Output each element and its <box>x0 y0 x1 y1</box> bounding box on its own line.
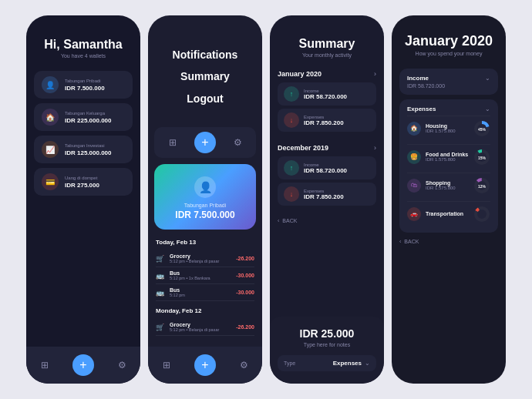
food-amount: IDR 1.575.800 <box>426 157 469 162</box>
wallet-item-keluarga[interactable]: 🏠 Tabungan Keluarga IDR 225.000.000 <box>34 103 133 131</box>
summary-header: Summary Your monthly activity <box>270 15 384 65</box>
today-header: Today, Feb 13 <box>156 239 254 246</box>
shopping-icon: 🛍 <box>407 179 421 193</box>
txn-grocery-1[interactable]: 🛒 Grocery 5:12 pm • Belanja di pasar -26… <box>156 250 254 267</box>
wallet-amount-dompet: IDR 275.000 <box>65 182 125 189</box>
december-title: December 2019 <box>278 144 328 152</box>
bus-icon-2: 🚌 <box>156 289 165 297</box>
gear-icon-2[interactable]: ⚙ <box>230 135 245 150</box>
wallet-name-keluarga: Tabungan Keluarga <box>65 111 125 116</box>
expense-transport[interactable]: 🚗 Transportation <box>407 201 490 226</box>
txn-grocery-2[interactable]: 🛒 Grocery 5:12 pm • Belanja di pasar -26… <box>156 319 254 336</box>
jan-expense-icon: ↓ <box>284 112 299 128</box>
back-button-4[interactable]: ‹ BACK <box>399 239 498 244</box>
type-row[interactable]: Type Expenses ⌄ <box>278 355 376 371</box>
gear-icon[interactable]: ⚙ <box>114 357 130 373</box>
shopping-donut: 12% <box>473 177 490 194</box>
summary-subtitle: Your monthly activity <box>281 52 373 58</box>
txn-detail-4: 5:12 pm • Belanja di pasar <box>170 327 231 332</box>
phone-menu: Notifications Summary Logout ⊞ + ⚙ 👤 Tab… <box>148 15 262 384</box>
txn-bus-2[interactable]: 🚌 Bus 5:12 pm -30.000 <box>156 284 254 301</box>
food-icon: 🍔 <box>407 150 421 164</box>
income-chevron: ⌄ <box>485 75 490 82</box>
wallet-amount-keluarga: IDR 225.000.000 <box>65 117 125 124</box>
txn-info-4: Grocery 5:12 pm • Belanja di pasar <box>170 322 231 332</box>
txn-info-1: Grocery 5:12 pm • Belanja di pasar <box>170 253 231 263</box>
add-button[interactable]: + <box>72 354 94 376</box>
transactions-section: Today, Feb 13 🛒 Grocery 5:12 pm • Belanj… <box>148 233 262 342</box>
menu-logout[interactable]: Logout <box>159 90 251 107</box>
back-button[interactable]: ‹ BACK <box>278 218 376 223</box>
transport-name: Transportation <box>426 211 469 216</box>
svg-text:45%: 45% <box>478 127 487 132</box>
dec-expense-entry[interactable]: ↓ Expenses IDR 7.850.200 <box>278 183 376 206</box>
income-section[interactable]: Income ⌄ IDR 58.720.000 <box>399 69 498 95</box>
jan-income-amount: IDR 58.720.000 <box>304 93 370 100</box>
back-label: BACK <box>282 218 297 223</box>
january-header[interactable]: January 2020 › <box>278 70 376 78</box>
txn-name-1: Grocery <box>170 253 231 259</box>
txn-name-4: Grocery <box>170 322 231 327</box>
wallet-icon-pribadi: 👤 <box>42 76 59 93</box>
jan-income-entry[interactable]: ↑ Income IDR 58.720.000 <box>278 82 376 106</box>
wallet-name-dompet: Uang di dompet <box>65 176 125 180</box>
expenses-header[interactable]: Expenses ⌄ <box>407 106 490 112</box>
wallet-amount-pribadi: IDR 7.500.000 <box>65 85 125 92</box>
grid-icon-3[interactable]: ⊞ <box>159 357 174 373</box>
phone-summary: Summary Your monthly activity January 20… <box>270 15 384 384</box>
svg-text:12%: 12% <box>478 184 487 189</box>
housing-info: Housing IDR 1.575.800 <box>426 123 469 133</box>
txn-name-3: Bus <box>170 287 231 293</box>
menu-notifications[interactable]: Notifications <box>159 46 251 63</box>
wallet-item-pribadi[interactable]: 👤 Tabungan Pribadi IDR 7.500.000 <box>34 71 133 99</box>
txn-detail-3: 5:12 pm <box>170 293 231 297</box>
txn-amount-3: -30.000 <box>236 290 254 295</box>
food-name: Food and Drinks <box>426 152 469 157</box>
note-placeholder[interactable]: Type here for notes <box>278 342 376 347</box>
wallet-item-dompet[interactable]: 💳 Uang di dompet IDR 275.000 <box>34 168 133 196</box>
january-section: January 2020 › ↑ Income IDR 58.720.000 ↓… <box>270 65 384 139</box>
wallet-info-pribadi: Tabungan Pribadi IDR 7.500.000 <box>65 79 125 92</box>
shopping-info: Shopping IDR 1.575.800 <box>426 180 469 190</box>
greeting-text: Hi, Samantha <box>37 37 130 52</box>
dec-income-entry[interactable]: ↑ Income IDR 58.720.000 <box>278 156 376 179</box>
detail-header: January 2020 How you spend your money <box>392 15 506 64</box>
txn-bus-1[interactable]: 🚌 Bus 5:12 pm • 1x Bankara -30.000 <box>156 267 254 284</box>
detail-subtitle: How you spend your money <box>402 51 495 56</box>
shopping-amount: IDR 1.575.800 <box>426 186 469 190</box>
grid-icon-2[interactable]: ⊞ <box>165 135 180 150</box>
txn-name-2: Bus <box>170 270 231 276</box>
december-header[interactable]: December 2019 › <box>278 144 376 152</box>
dec-expense-amount: IDR 7.850.200 <box>304 193 370 200</box>
add-button-2[interactable]: + <box>194 132 216 153</box>
expense-food[interactable]: 🍔 Food and Drinks IDR 1.575.800 15% <box>407 144 490 169</box>
txn-amount-1: -26.200 <box>236 256 254 261</box>
card-amount: IDR 7.500.000 <box>163 210 247 220</box>
svg-text:15%: 15% <box>478 156 487 160</box>
expenses-section: Expenses ⌄ 🏠 Housing IDR 1.575.800 45% 🍔… <box>399 99 498 233</box>
expense-housing[interactable]: 🏠 Housing IDR 1.575.800 45% <box>407 116 490 141</box>
dec-income-info: Income IDR 58.720.000 <box>304 163 370 174</box>
transport-donut <box>473 206 490 223</box>
wallet-item-investasi[interactable]: 📈 Tabungan Investasi IDR 125.000.000 <box>34 136 133 163</box>
back-label-4: BACK <box>404 239 419 244</box>
type-value-row: Expenses ⌄ <box>333 360 370 367</box>
food-info: Food and Drinks IDR 1.575.800 <box>426 152 469 162</box>
wallet-subtitle: You have 4 wallets <box>37 53 130 59</box>
type-value: Expenses <box>333 360 362 367</box>
expenses-label: Expenses <box>407 106 436 112</box>
gear-icon-3[interactable]: ⚙ <box>236 357 251 373</box>
grid-icon[interactable]: ⊞ <box>37 357 52 373</box>
menu-section: Notifications Summary Logout <box>148 15 262 127</box>
income-value: IDR 58.720.000 <box>407 83 490 89</box>
bus-icon-1: 🚌 <box>156 272 165 280</box>
january-title: January 2020 <box>278 70 322 78</box>
phone-detail: January 2020 How you spend your money In… <box>392 15 506 384</box>
add-button-3[interactable]: + <box>194 354 216 376</box>
jan-expense-entry[interactable]: ↓ Expenses IDR 7.850.200 <box>278 109 376 132</box>
wallet-name-investasi: Tabungan Investasi <box>65 143 125 148</box>
txn-info-3: Bus 5:12 pm <box>170 287 231 297</box>
card-avatar: 👤 <box>194 176 216 198</box>
expense-shopping[interactable]: 🛍 Shopping IDR 1.575.800 12% <box>407 173 490 198</box>
menu-summary[interactable]: Summary <box>159 68 251 85</box>
